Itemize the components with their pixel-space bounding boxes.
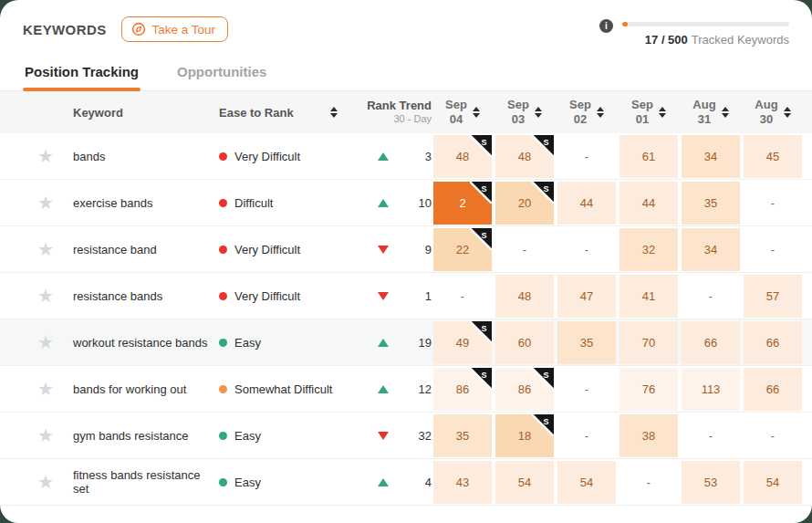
rank-heat-cell: - [557, 414, 616, 457]
ease-to-rank-value: Very Difficult [210, 150, 345, 163]
trend-down-icon [378, 432, 389, 440]
rank-heat-cell: 44 [619, 182, 678, 225]
rank-value: 48 [456, 150, 469, 163]
quota-label: Tracked Keywords [692, 33, 789, 47]
rank-trend-cell: 9 [345, 243, 432, 256]
svg-text:S: S [481, 138, 486, 147]
svg-text:S: S [543, 184, 548, 194]
rank-value: 35 [456, 429, 469, 443]
favorite-star-icon[interactable]: ★ [37, 194, 54, 212]
rank-trend-value: 9 [425, 243, 432, 256]
favorite-star-icon[interactable]: ★ [37, 426, 54, 445]
rank-value: - [461, 289, 464, 303]
rank-value: - [771, 243, 775, 256]
table-row: ★gym bands resistanceEasy323518S-38-- [0, 413, 812, 459]
rank-value: 53 [704, 476, 717, 489]
keyword-table-body: ★bandsVery Difficult348S48S-613445★exerc… [0, 133, 812, 506]
svg-text:S: S [543, 138, 548, 147]
keyword-label: fitness bands resistance set [68, 468, 210, 496]
rank-value: 35 [580, 336, 593, 350]
rank-value: 43 [456, 476, 469, 489]
rank-heat-cell: 41 [619, 275, 678, 318]
favorite-star-icon[interactable]: ★ [37, 473, 54, 491]
rank-trend-header-label: Rank Trend [367, 99, 432, 113]
sponsored-badge: S [532, 135, 554, 160]
column-header-date: Sep03 [494, 98, 556, 126]
table-row: ★workout resistance bandsEasy1949S603570… [0, 319, 812, 366]
rank-heat-cell: 45 [744, 135, 802, 178]
sort-icon[interactable] [722, 107, 729, 118]
favorite-star-icon[interactable]: ★ [37, 380, 54, 398]
take-a-tour-button[interactable]: Take a Tour [121, 16, 229, 42]
rank-value: 113 [702, 382, 721, 396]
trend-up-icon [378, 385, 389, 393]
rank-heat-cell: - [682, 414, 740, 457]
sort-icon[interactable] [473, 107, 480, 118]
sponsored-badge: S [470, 368, 492, 392]
sponsored-badge: S [470, 135, 492, 160]
sort-icon[interactable] [330, 107, 338, 118]
ease-to-rank-value: Somewhat Difficult [210, 382, 345, 396]
rank-heat-cell: 66 [744, 368, 802, 411]
rank-heat-cell: 54 [495, 461, 554, 504]
sponsored-badge: S [532, 414, 554, 439]
rank-heat-cell: 35 [557, 321, 616, 364]
ease-level-label: Very Difficult [234, 150, 300, 163]
tab-opportunities[interactable]: Opportunities [175, 58, 268, 90]
rank-value: 66 [766, 382, 779, 396]
rank-trend-value: 4 [425, 476, 432, 489]
svg-text:S: S [481, 184, 486, 194]
rank-heat-cell: 70 [619, 321, 678, 364]
rank-value: 54 [518, 476, 531, 489]
favorite-star-icon[interactable]: ★ [37, 333, 54, 351]
favorite-star-icon[interactable]: ★ [37, 287, 54, 305]
ease-to-rank-value: Easy [210, 429, 345, 443]
rank-heat-cell: 49S [433, 321, 492, 364]
ease-level-dot-icon [219, 246, 227, 254]
column-header-rank-trend: Rank Trend 30 - Day [345, 99, 432, 125]
rank-value: - [771, 429, 775, 443]
rank-value: - [523, 243, 526, 256]
tab-position-tracking[interactable]: Position Tracking [23, 58, 141, 90]
ease-level-dot-icon [219, 339, 227, 347]
rank-trend-cell: 10 [345, 196, 432, 210]
rank-heat-cell: 38 [619, 414, 678, 457]
rank-value: 32 [642, 243, 655, 256]
favorite-star-icon[interactable]: ★ [37, 147, 54, 165]
table-header: Keyword Ease to Rank Rank Trend 30 - Day… [0, 91, 812, 133]
sort-icon[interactable] [659, 107, 666, 118]
favorite-star-icon[interactable]: ★ [37, 240, 54, 258]
ease-level-dot-icon [219, 292, 227, 300]
table-row: ★resistance bandVery Difficult922S--3234… [0, 226, 812, 273]
trend-down-icon [378, 246, 389, 254]
rank-heat-cell: 35 [433, 414, 492, 457]
rank-trend-value: 1 [425, 289, 432, 303]
sponsored-badge: S [470, 228, 492, 253]
rank-heat-cell: - [682, 275, 740, 318]
sponsored-badge: S [532, 182, 554, 206]
rank-heat-cell: - [495, 228, 554, 271]
sort-icon[interactable] [784, 107, 791, 118]
svg-text:S: S [481, 371, 486, 380]
tour-button-label: Take a Tour [152, 23, 216, 37]
sort-icon[interactable] [535, 107, 542, 118]
rank-value: 66 [704, 336, 717, 350]
rank-value: 47 [580, 289, 593, 303]
column-header-date: Sep02 [556, 98, 618, 126]
rank-heat-cell: 66 [682, 321, 740, 364]
svg-text:S: S [543, 371, 548, 380]
quota-progress-fill [622, 22, 628, 26]
ease-to-rank-value: Easy [210, 336, 345, 350]
rank-heat-cell: 44 [557, 182, 616, 225]
ease-level-dot-icon [219, 385, 227, 393]
tour-compass-icon [131, 22, 146, 37]
ease-level-label: Somewhat Difficult [234, 382, 332, 396]
rank-value: - [647, 476, 651, 489]
info-icon[interactable]: i [599, 19, 613, 33]
sort-icon[interactable] [597, 107, 604, 118]
ease-to-rank-value: Easy [210, 476, 345, 489]
trend-up-icon [378, 478, 389, 486]
rank-heat-cell: 22S [433, 228, 492, 271]
keyword-label: resistance band [68, 243, 210, 256]
svg-text:S: S [481, 231, 486, 240]
